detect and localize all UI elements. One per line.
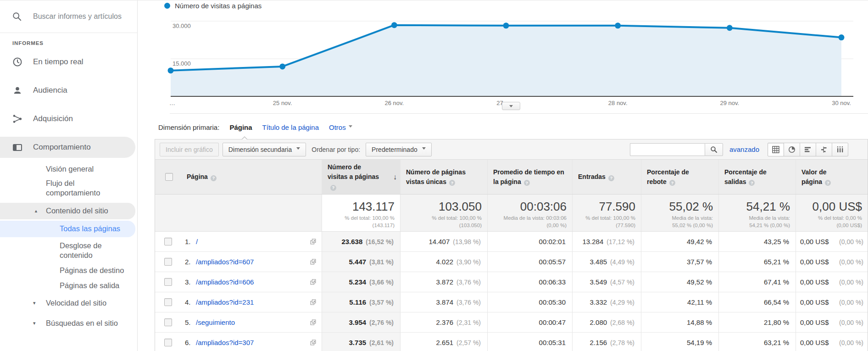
chart-area-fill (171, 25, 841, 96)
secondary-dimension-button[interactable]: Dimensión secundaria (223, 143, 306, 156)
open-page-icon[interactable] (310, 319, 316, 325)
table-search-button[interactable] (705, 143, 723, 156)
help-icon[interactable]: ? (524, 180, 530, 186)
summary-avg-time: 00:03:06 Media de la vista: 00:03:06 (0,… (487, 195, 572, 231)
cell-bounce-rate: 49,42 % (641, 232, 718, 251)
row-checkbox[interactable] (164, 298, 172, 306)
select-all-checkbox[interactable] (165, 173, 173, 181)
open-page-icon[interactable] (310, 239, 316, 245)
row-checkbox[interactable] (164, 278, 172, 286)
advanced-link[interactable]: avanzado (729, 145, 759, 153)
sub-item-label: Todas las páginas (60, 224, 120, 233)
primary-dimension-label: Dimensión primaria: (158, 123, 219, 131)
open-page-icon[interactable] (310, 279, 316, 285)
sidebar-item-content-drilldown[interactable]: Desglose de contenido (0, 239, 137, 263)
table-search-input[interactable] (630, 143, 705, 156)
search-input[interactable] (32, 12, 130, 21)
dimension-tab-others[interactable]: Otros (329, 123, 352, 131)
page-link[interactable]: / (196, 238, 310, 245)
column-header-entrances[interactable]: Entradas? (572, 160, 641, 194)
active-dimension-notch (241, 136, 248, 139)
data-point[interactable] (727, 25, 733, 31)
column-header-page[interactable]: Página? (181, 160, 322, 194)
row-checkbox[interactable] (164, 318, 172, 326)
view-table-button[interactable] (768, 143, 784, 156)
row-select-cell (155, 292, 181, 312)
help-icon[interactable]: ? (449, 180, 455, 186)
row-checkbox[interactable] (164, 258, 172, 266)
sidebar-item-overview[interactable]: Visión general (0, 162, 137, 177)
chart-dropdown-button[interactable] (502, 102, 520, 110)
cell-page: 4. /ampliados?id=231 (181, 292, 322, 312)
help-icon[interactable]: ? (669, 180, 675, 186)
help-icon[interactable]: ? (825, 180, 831, 186)
data-point[interactable] (168, 67, 174, 73)
column-header-exit-rate[interactable]: Porcentaje de salidas? (718, 160, 796, 194)
cell-avg-time: 00:00:47 (487, 312, 572, 332)
sidebar-item-behavior[interactable]: Comportamiento (0, 137, 135, 158)
dimension-tab-page-title[interactable]: Título de la página (262, 123, 319, 131)
page-link[interactable]: /ampliados?id=606 (196, 278, 310, 286)
sidebar-item-exit-pages[interactable]: Páginas de salida (0, 278, 137, 293)
data-point[interactable] (615, 22, 621, 28)
cell-avg-time: 00:02:01 (487, 232, 572, 251)
cell-page-value: 0,00 US$(0,00 %) (796, 272, 868, 292)
data-point[interactable] (279, 63, 285, 69)
page-link[interactable]: /ampliados?id=607 (196, 258, 310, 266)
data-point[interactable] (503, 22, 509, 28)
sidebar-item-realtime[interactable]: En tiempo real (0, 48, 137, 76)
cell-entrances: 2.156(2,78 %) (572, 333, 641, 351)
help-icon[interactable]: ? (608, 175, 614, 181)
row-checkbox[interactable] (164, 339, 172, 346)
cell-bounce-rate: 14,88 % (641, 312, 718, 332)
sidebar-item-acquisition[interactable]: Adquisición (0, 105, 137, 133)
help-icon[interactable]: ? (749, 180, 755, 186)
data-point[interactable] (391, 22, 397, 28)
sidebar-item-landing-pages[interactable]: Páginas de destino (0, 263, 137, 278)
view-performance-button[interactable] (800, 143, 816, 156)
sidebar-item-label: Audiencia (33, 86, 67, 95)
page-link[interactable]: /ampliados?id=231 (196, 298, 310, 306)
column-header-bounce-rate[interactable]: Porcentaje de rebote? (641, 160, 718, 194)
behavior-subnav: Visión general Flujo del comportamiento … (0, 162, 137, 334)
view-pivot-button[interactable] (832, 143, 848, 156)
table-row: 4. /ampliados?id=231 5.11 (155, 292, 868, 312)
summary-spacer (155, 195, 181, 231)
table-toolbar: Incluir en gráfico Dimensión secundaria … (155, 139, 868, 160)
page-link[interactable]: /ampliados?id=307 (196, 339, 310, 346)
sidebar-item-all-pages[interactable]: Todas las páginas (0, 221, 135, 237)
dimension-tab-page[interactable]: Página (229, 123, 252, 131)
row-checkbox[interactable] (164, 238, 172, 245)
sidebar-item-behavior-flow[interactable]: Flujo del comportamiento (0, 177, 137, 200)
data-point[interactable] (839, 34, 845, 40)
sidebar-item-site-search[interactable]: ▾ Búsquedas en el sitio (0, 313, 137, 334)
column-header-unique-pageviews[interactable]: Número de páginas vistas únicas? (400, 160, 487, 194)
table-summary-row: 143.117 % del total: 100,00 % (143.117) … (155, 195, 868, 232)
open-page-icon[interactable] (310, 340, 316, 345)
table-row: 6. /ampliados?id=307 3.73 (155, 333, 868, 351)
sidebar-item-site-speed[interactable]: ▾ Velocidad del sitio (0, 293, 137, 313)
help-icon[interactable]: ? (211, 175, 217, 181)
cell-unique-pageviews: 2.651(2,57 %) (400, 333, 487, 351)
open-page-icon[interactable] (310, 259, 316, 265)
plot-rows-button[interactable]: Incluir en gráfico (160, 143, 219, 156)
view-percentage-button[interactable] (784, 143, 800, 156)
sidebar-item-site-content[interactable]: ▲ Contenido del sitio (0, 203, 135, 219)
help-icon[interactable]: ? (330, 185, 336, 191)
cell-entrances: 3.485(4,49 %) (572, 252, 641, 272)
page-link[interactable]: /seguimiento (196, 318, 310, 326)
sort-descending-icon[interactable]: ↓ (393, 173, 397, 181)
sub-item-label: Velocidad del sitio (46, 299, 106, 307)
view-comparison-button[interactable] (816, 143, 832, 156)
x-axis-tick-label: 29 nov. (720, 100, 739, 106)
sidebar-search[interactable] (0, 0, 137, 33)
open-page-icon[interactable] (310, 299, 316, 305)
row-select-cell (155, 252, 181, 272)
column-header-page-value[interactable]: Valor de página? (796, 160, 868, 194)
sort-type-dropdown[interactable]: Predeterminado (366, 143, 432, 156)
cell-pageviews: 3.954(2,76 %) (322, 312, 400, 332)
row-number: 6. (181, 339, 196, 346)
column-header-pageviews[interactable]: Número de visitas a páginas? ↓ (322, 160, 400, 194)
sidebar-item-audience[interactable]: Audiencia (0, 76, 137, 105)
column-header-avg-time[interactable]: Promedio de tiempo en la página? (487, 160, 572, 194)
